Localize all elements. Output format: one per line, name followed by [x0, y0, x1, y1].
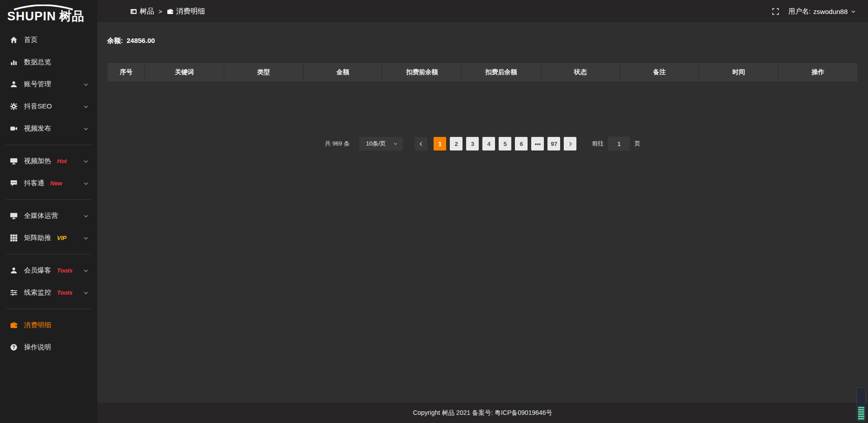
balance-label: 余额:	[107, 37, 123, 45]
sidebar-item-label: 矩阵助推	[24, 234, 51, 242]
user-icon	[10, 80, 18, 88]
sidebar-item-label: 会员爆客	[24, 266, 51, 275]
sidebar-item-video-publish[interactable]: 视频发布	[0, 118, 97, 140]
topbar-right: 用户名: zswodun88	[772, 7, 856, 16]
sidebar-item-badge: Tools	[57, 267, 72, 274]
sidebar-item-label: 抖音SEO	[24, 102, 52, 111]
sidebar-item-home[interactable]: 首页	[0, 29, 97, 51]
column-header: 类型	[224, 63, 303, 82]
goto-page: 前往 页	[592, 136, 640, 151]
sidebar-item-lead-monitor[interactable]: 线索监控Tools	[0, 282, 97, 304]
sidebar-item-badge: VIP	[57, 235, 66, 241]
sidebar-item-label: 操作说明	[24, 343, 51, 352]
wallet-icon	[167, 8, 174, 15]
sidebar-item-omni-media[interactable]: 全媒体运营	[0, 205, 97, 227]
sidebar-item-label: 视频发布	[24, 124, 51, 133]
svg-text:?: ?	[12, 345, 15, 350]
pagination: 共 969 条 10条/页 123456•••97 前往 页	[107, 136, 858, 151]
sidebar-item-label: 消费明细	[24, 321, 51, 329]
page-button-97[interactable]: 97	[547, 137, 560, 150]
sidebar-item-video-heating[interactable]: 视频加热Hot	[0, 150, 97, 172]
page-button-5[interactable]: 5	[499, 137, 511, 150]
sidebar-item-label: 抖客通	[24, 179, 44, 188]
sidebar-item-matrix-boost[interactable]: 矩阵助推VIP	[0, 227, 97, 249]
chevron-down-icon	[83, 81, 89, 88]
floating-widget[interactable]	[857, 387, 866, 422]
logo[interactable]: SHUPIN树品	[0, 0, 97, 29]
sidebar-item-badge: Tools	[57, 289, 72, 296]
topbar: 树品 > 消费明细 用户名: zswodun88	[97, 0, 868, 23]
sidebar-divider	[6, 309, 91, 309]
sidebar-item-label: 首页	[24, 36, 38, 44]
next-page-button[interactable]	[564, 137, 576, 150]
page-button-2[interactable]: 2	[450, 137, 462, 150]
content: 余额: 24856.00 序号关键词类型金额扣费前余额扣费后余额状态备注时间操作…	[97, 23, 868, 403]
goto-page-input[interactable]	[608, 136, 630, 151]
column-header: 备注	[620, 63, 699, 82]
page-button-1[interactable]: 1	[434, 137, 446, 150]
breadcrumb-item-consumption[interactable]: 消费明细	[167, 7, 205, 16]
chevron-down-icon	[83, 180, 89, 187]
sidebar: SHUPIN树品 首页数据总览账号管理抖音SEO视频发布视频加热Hot抖客通Ne…	[0, 0, 97, 423]
sidebar-divider	[6, 145, 91, 145]
home-icon	[10, 36, 18, 44]
app-window-icon	[130, 8, 137, 15]
user-menu[interactable]: 用户名: zswodun88	[788, 7, 856, 16]
column-header: 关键词	[145, 63, 224, 82]
balance: 余额: 24856.00	[107, 37, 858, 45]
sidebar-menu: 首页数据总览账号管理抖音SEO视频发布视频加热Hot抖客通New全媒体运营矩阵助…	[0, 29, 97, 423]
sidebar-divider	[6, 199, 91, 200]
sidebar-item-douyin-seo[interactable]: 抖音SEO	[0, 95, 97, 118]
page-button-6[interactable]: 6	[515, 137, 528, 150]
sliders-icon	[10, 289, 18, 296]
consumption-table: 序号关键词类型金额扣费前余额扣费后余额状态备注时间操作	[107, 62, 858, 82]
sidebar-item-account-management[interactable]: 账号管理	[0, 73, 97, 95]
fullscreen-icon[interactable]	[772, 8, 779, 15]
sidebar-item-label: 数据总览	[24, 58, 51, 66]
chevron-down-icon	[83, 235, 89, 241]
screen-icon	[10, 157, 18, 165]
prev-page-button[interactable]	[415, 137, 427, 150]
breadcrumb-label: 树品	[140, 7, 154, 16]
chevron-down-icon	[83, 290, 89, 296]
bar-chart-icon	[10, 58, 18, 66]
sidebar-item-label: 线索监控	[24, 288, 51, 297]
balance-value: 24856.00	[127, 37, 155, 45]
logo-text-en: SHUPIN	[7, 10, 56, 23]
sidebar-item-badge: New	[50, 180, 62, 187]
sidebar-item-member-baoke[interactable]: 会员爆客Tools	[0, 259, 97, 282]
goto-suffix: 页	[634, 140, 640, 148]
member-icon	[10, 267, 18, 274]
column-header: 金额	[303, 63, 382, 82]
goto-label: 前往	[592, 140, 604, 148]
column-header: 时间	[699, 63, 778, 82]
grid-icon	[10, 234, 18, 242]
page-ellipsis-button[interactable]: •••	[531, 137, 544, 150]
breadcrumb: 树品 > 消费明细	[130, 7, 205, 16]
footer: Copyright 树品 2021 备案号: 粤ICP备09019646号	[97, 403, 868, 423]
breadcrumb-item-shupin[interactable]: 树品	[130, 7, 154, 16]
column-header: 状态	[541, 63, 620, 82]
page-button-3[interactable]: 3	[466, 137, 479, 150]
sidebar-item-doukertong[interactable]: 抖客通New	[0, 172, 97, 194]
chevron-down-icon	[850, 9, 856, 14]
username-value: zswodun88	[813, 8, 848, 15]
breadcrumb-separator: >	[159, 8, 162, 15]
sidebar-item-badge: Hot	[57, 158, 67, 164]
question-icon: ?	[10, 343, 18, 351]
chevron-down-icon	[83, 158, 89, 164]
sidebar-item-label: 视频加热	[24, 157, 51, 165]
sidebar-item-consumption-detail[interactable]: 消费明细	[0, 314, 97, 336]
page-button-4[interactable]: 4	[482, 137, 495, 150]
logo-text: SHUPIN树品	[7, 10, 97, 23]
sidebar-item-operation-guide[interactable]: ?操作说明	[0, 336, 97, 358]
chevron-down-icon	[83, 126, 89, 132]
gear-icon	[10, 103, 18, 110]
total-count: 共 969 条	[325, 140, 350, 148]
sidebar-item-data-overview[interactable]: 数据总览	[0, 51, 97, 73]
chat-icon	[10, 179, 18, 187]
page-size-select[interactable]: 10条/页	[359, 137, 403, 150]
sidebar-item-label: 全媒体运营	[24, 212, 58, 220]
column-header: 操作	[778, 63, 858, 82]
table-header-row: 序号关键词类型金额扣费前余额扣费后余额状态备注时间操作	[108, 63, 858, 82]
